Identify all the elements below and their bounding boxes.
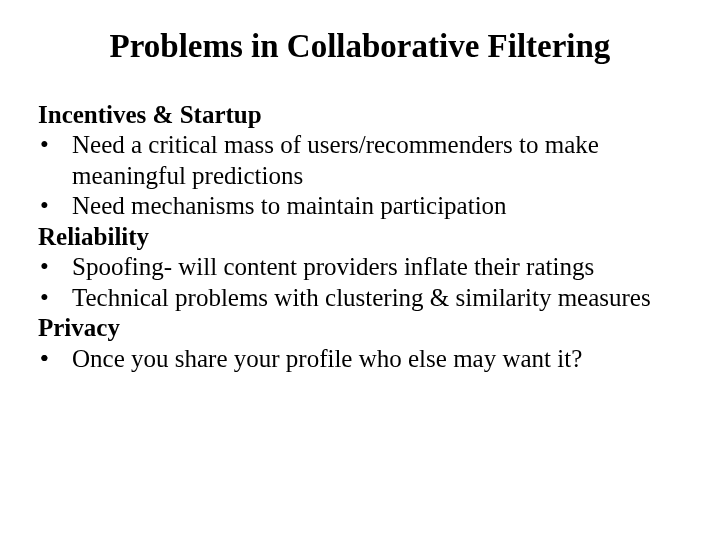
bullet-item: • Need mechanisms to maintain participat… (38, 191, 682, 222)
slide: Problems in Collaborative Filtering Ince… (0, 0, 720, 540)
section-heading: Privacy (38, 313, 682, 344)
bullet-text: Need a critical mass of users/recommende… (72, 130, 682, 191)
bullet-text: Once you share your profile who else may… (72, 344, 682, 375)
bullet-item: • Spoofing- will content providers infla… (38, 252, 682, 283)
bullet-text: Technical problems with clustering & sim… (72, 283, 682, 314)
bullet-item: • Need a critical mass of users/recommen… (38, 130, 682, 191)
section-heading: Incentives & Startup (38, 100, 682, 131)
bullet-icon: • (38, 283, 72, 314)
bullet-item: • Once you share your profile who else m… (38, 344, 682, 375)
slide-body: Incentives & Startup • Need a critical m… (38, 100, 682, 375)
slide-title: Problems in Collaborative Filtering (38, 28, 682, 66)
bullet-text: Need mechanisms to maintain participatio… (72, 191, 682, 222)
bullet-icon: • (38, 344, 72, 375)
bullet-icon: • (38, 252, 72, 283)
section-heading: Reliability (38, 222, 682, 253)
bullet-icon: • (38, 191, 72, 222)
bullet-item: • Technical problems with clustering & s… (38, 283, 682, 314)
bullet-icon: • (38, 130, 72, 191)
bullet-text: Spoofing- will content providers inflate… (72, 252, 682, 283)
